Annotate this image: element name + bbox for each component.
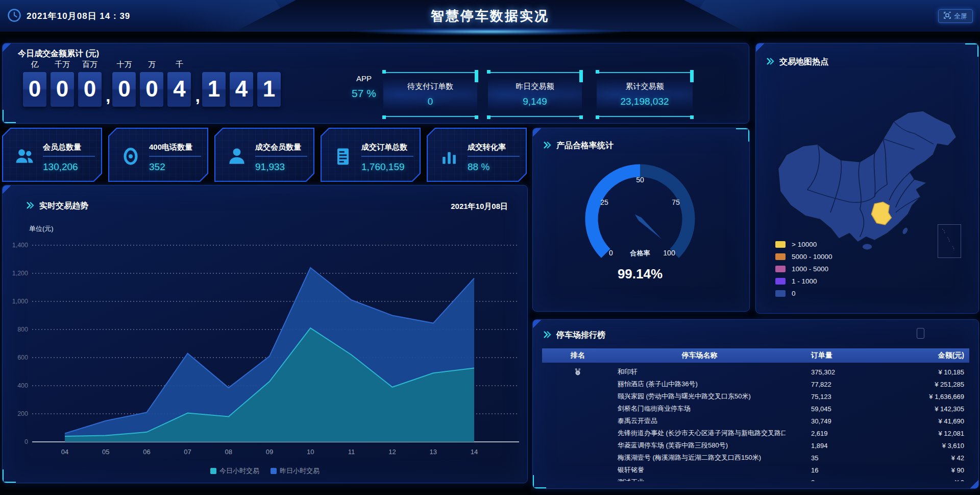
svg-text:14: 14 xyxy=(471,448,478,456)
users-icon xyxy=(13,145,36,168)
digit-column: 1 xyxy=(202,60,226,107)
gauge-title-text: 产品合格率统计 xyxy=(556,140,614,151)
ranking-title-text: 停车场排行榜 xyxy=(556,330,605,341)
corner-accent xyxy=(516,171,524,179)
map-title-text: 交易地图热点 xyxy=(779,57,828,67)
parking-lot-name: 梅溪湖壹号 (梅溪湖路与近湖二路交叉口西150米) xyxy=(614,453,786,462)
flip-digit-counter: 亿0千万0百万0,十万0万0千4,141 xyxy=(23,60,285,107)
svg-text:10: 10 xyxy=(307,448,314,456)
digit-column: 百万0 xyxy=(78,60,102,107)
digit-place-label xyxy=(202,60,226,72)
stat-card-divider xyxy=(361,156,413,157)
map-legend-swatch xyxy=(775,253,786,260)
info-box: 累计交易额23,198,032 xyxy=(597,72,693,117)
corner-decoration xyxy=(3,110,16,123)
stat-card-label: 成交会员数量 xyxy=(255,143,301,152)
order-count: 3 xyxy=(786,479,888,482)
map-legend-label: 1 - 1000 xyxy=(792,277,817,285)
amount-value: ¥ 1,636,669 xyxy=(888,393,969,400)
today-amount-title: 今日成交金额累计 (元) xyxy=(18,49,99,59)
stat-card-value: 352 xyxy=(149,161,165,173)
map-panel-title: 交易地图热点 xyxy=(766,57,828,67)
stat-card-value: 1,760,159 xyxy=(361,161,405,173)
stat-card: 成交会员数量91,933 xyxy=(214,128,314,182)
digit-column: 千万0 xyxy=(51,60,74,107)
map-legend-label: 1000 - 5000 xyxy=(792,265,828,273)
info-box-label: 昨日交易额 xyxy=(488,82,582,91)
chevron-right-icon xyxy=(543,331,551,340)
amount-value: ¥ 142,305 xyxy=(888,405,969,413)
svg-text:25: 25 xyxy=(600,198,608,206)
svg-text:1,400: 1,400 xyxy=(12,242,28,249)
digit-tile: 0 xyxy=(78,72,102,107)
order-count: 35 xyxy=(786,454,888,462)
chevron-right-icon xyxy=(26,202,34,211)
stat-card-value: 130,206 xyxy=(43,161,78,173)
column-header: 订单量 xyxy=(786,351,888,360)
svg-text:400: 400 xyxy=(17,382,28,389)
digit-tile: 0 xyxy=(23,72,46,107)
header-glow xyxy=(347,28,633,36)
app-value: 57 % xyxy=(339,87,388,100)
map-legend-item: 1000 - 5000 xyxy=(775,265,832,272)
table-row: 华菱蓝调停车场 (芙蓉中路三段580号)1,894¥ 3,610 xyxy=(542,439,969,452)
map-legend-item: > 10000 xyxy=(775,241,832,248)
svg-text:05: 05 xyxy=(102,448,109,456)
info-box-label: 待支付订单数 xyxy=(383,82,477,91)
taiwan-island xyxy=(901,227,909,235)
info-box-label: 累计交易额 xyxy=(597,82,693,91)
svg-text:50: 50 xyxy=(636,176,644,184)
svg-text:0: 0 xyxy=(24,438,28,445)
eye-icon xyxy=(119,145,142,168)
stat-card-label: 会员总数量 xyxy=(43,143,81,152)
amount-value: ¥ 3,610 xyxy=(888,442,969,450)
legend-label: 今日小时交易 xyxy=(219,466,259,476)
panel-action-icon[interactable] xyxy=(917,328,924,339)
svg-text:09: 09 xyxy=(266,448,273,456)
table-row: 丽怡酒店 (茶子山中路36号)77,822¥ 251,285 xyxy=(542,378,969,390)
table-row: 银轩铭誉16¥ 90 xyxy=(542,464,969,476)
parking-lot-name: 泰禹云开壹品 xyxy=(614,416,786,426)
ranking-panel: 停车场排行榜 排名停车场名称订单量金额(元) 和印轩375,302¥ 10,18… xyxy=(532,319,979,489)
svg-text:12: 12 xyxy=(388,448,396,456)
svg-text:13: 13 xyxy=(430,448,437,456)
today-amount-panel: 今日成交金额累计 (元) 亿0千万0百万0,十万0万0千4,141 APP 57… xyxy=(2,43,749,124)
legend-item[interactable]: 今日小时交易 xyxy=(210,466,259,476)
smart-parking-dashboard: 2021年10月08日 14 : 39 智慧停车数据实况 全屏 今日成交金额累计… xyxy=(0,0,980,495)
digit-column: 十万0 xyxy=(112,60,136,107)
stat-card: 成交订单总数1,760,159 xyxy=(321,128,421,182)
fullscreen-button[interactable]: 全屏 xyxy=(938,9,973,23)
stat-card-label: 成交订单总数 xyxy=(361,143,407,152)
medal-icon xyxy=(573,367,582,376)
digit-column: 4 xyxy=(230,60,253,107)
corner-dot xyxy=(475,70,478,82)
table-row: 和印轩375,302¥ 10,185 xyxy=(542,366,969,378)
legend-item[interactable]: 昨日小时交易 xyxy=(271,466,320,476)
stat-card: 成交转化率88 % xyxy=(427,128,527,182)
corner-dot xyxy=(382,70,386,74)
svg-text:99.14%: 99.14% xyxy=(618,266,663,281)
corner-accent xyxy=(410,171,418,179)
stat-card-inner: 400电话数量352 xyxy=(109,129,207,181)
pass-rate-gauge: 0255075100合格率99.14% xyxy=(533,157,749,310)
stat-card-value: 88 % xyxy=(468,161,489,173)
rank-cell xyxy=(542,367,614,376)
fullscreen-label: 全屏 xyxy=(954,12,967,21)
trend-area-chart: 02004006008001,0001,2001,400040506070809… xyxy=(3,232,527,462)
corner-dot xyxy=(596,115,599,119)
table-row: 先锋街道办事处 (长沙市天心区港子河路与新电路交叉路口往东北约50米)2,619… xyxy=(542,427,969,439)
amount-value: ¥ 42 xyxy=(888,454,969,462)
map-legend: > 100005000 - 100001000 - 50001 - 10000 xyxy=(775,241,832,302)
corner-dot xyxy=(475,115,478,119)
digit-place-label: 十万 xyxy=(112,60,136,72)
corner-dot xyxy=(596,70,599,74)
parking-lot-name: 颐兴家园 (劳动中路与曙光中路交叉口东50米) xyxy=(614,392,786,401)
parking-lot-name: 银轩铭誉 xyxy=(614,465,786,475)
china-outline xyxy=(778,111,957,243)
order-count: 59,045 xyxy=(786,405,888,413)
hainan-island xyxy=(862,244,872,250)
stat-card-label: 成交转化率 xyxy=(468,143,506,152)
digit-place-label: 亿 xyxy=(23,60,46,72)
digit-tile: 1 xyxy=(202,72,226,107)
svg-text:600: 600 xyxy=(17,354,28,361)
